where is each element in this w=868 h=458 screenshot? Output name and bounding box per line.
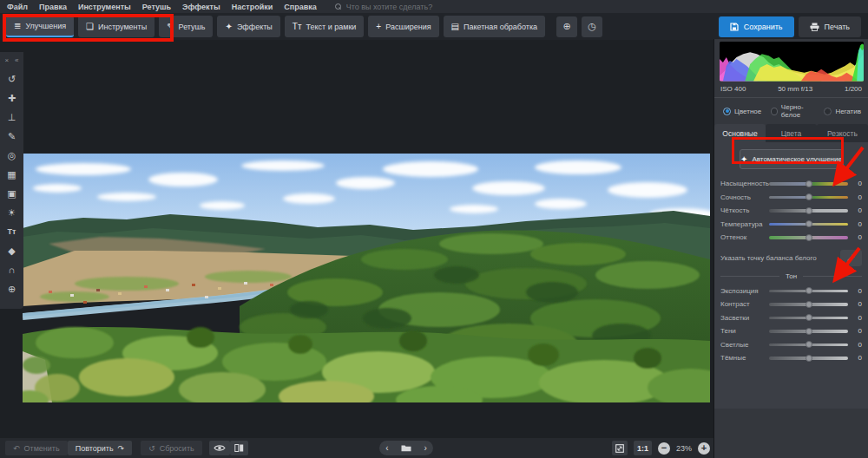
- before-after-icon: [234, 443, 244, 453]
- tint-slider[interactable]: [769, 233, 848, 241]
- brightness-tool-icon[interactable]: ☀: [0, 203, 23, 222]
- sidebar-close-icon[interactable]: ×: [4, 56, 9, 64]
- slider-handle[interactable]: [806, 220, 812, 227]
- before-after-button[interactable]: [230, 441, 248, 455]
- slider-temperature: Температура 0: [720, 218, 862, 232]
- tab-improvements[interactable]: ≣ Улучшения: [6, 16, 74, 37]
- photo-landscape-panorama[interactable]: [23, 154, 710, 402]
- tab-text-frames[interactable]: Tт Текст и рамки: [285, 16, 365, 37]
- mode-color-radio[interactable]: Цветное: [723, 108, 761, 115]
- red-eye-tool-icon[interactable]: ◎: [0, 146, 23, 165]
- slider-handle[interactable]: [806, 301, 812, 308]
- texture-tool-icon[interactable]: ▦: [0, 165, 23, 184]
- main-toolbar: ≣ Улучшения ❏ Инструменты ✎ Ретушь ✦ Эфф…: [0, 13, 868, 40]
- vibrance-slider[interactable]: [769, 193, 848, 201]
- undo-button[interactable]: ↶ Отменить: [5, 441, 68, 455]
- tab-tools[interactable]: ❏ Инструменты: [78, 16, 155, 37]
- panel-tab-sharpness[interactable]: Резкость: [817, 124, 868, 142]
- print-button[interactable]: Печать: [799, 16, 861, 37]
- batch-icon: ▤: [451, 23, 459, 31]
- preview-original-button[interactable]: [209, 441, 230, 455]
- slider-handle[interactable]: [806, 287, 812, 294]
- save-button[interactable]: Сохранить: [719, 16, 794, 37]
- slider-highlights: Засветки 0: [720, 311, 862, 325]
- white-balance-picker-button[interactable]: [840, 250, 862, 266]
- file-navigation: ‹ ›: [379, 441, 433, 455]
- slider-handle[interactable]: [806, 207, 812, 214]
- menu-effects[interactable]: Эффекты: [182, 3, 220, 11]
- slider-handle[interactable]: [806, 234, 812, 241]
- saturation-slider[interactable]: [769, 180, 848, 187]
- menu-tools[interactable]: Инструменты: [78, 3, 131, 11]
- clarity-slider[interactable]: [769, 206, 848, 214]
- reset-button[interactable]: ↺ Сбросить: [141, 441, 202, 455]
- fill-tool-icon[interactable]: ◆: [0, 241, 23, 260]
- zoom-out-button[interactable]: −: [658, 442, 670, 455]
- temperature-slider[interactable]: [769, 220, 848, 228]
- menu-file[interactable]: Файл: [7, 3, 28, 11]
- preset-history-button[interactable]: ◷: [582, 16, 602, 37]
- clone-stamp-tool-icon[interactable]: ⊥: [0, 108, 23, 127]
- slider-whites: Светлые 0: [720, 338, 862, 352]
- menu-settings[interactable]: Настройки: [232, 3, 273, 11]
- text-icon: Tт: [293, 23, 302, 31]
- printer-icon: [810, 23, 819, 31]
- mode-negative-radio[interactable]: Негатив: [824, 108, 861, 115]
- preset-add-button[interactable]: ⊕: [556, 16, 577, 37]
- slider-handle[interactable]: [806, 341, 812, 348]
- text-tool-icon[interactable]: Tт: [0, 222, 23, 241]
- eye-icon: [214, 444, 226, 452]
- prev-photo-button[interactable]: ‹: [385, 444, 388, 453]
- tab-batch-processing[interactable]: ▤ Пакетная обработка: [444, 16, 546, 37]
- slider-saturation: Насыщенность 0: [720, 177, 862, 191]
- menu-edit[interactable]: Правка: [39, 3, 67, 11]
- blacks-slider[interactable]: [769, 354, 848, 362]
- mode-bw-radio[interactable]: Черно-белое: [771, 103, 814, 119]
- brush-tool-icon[interactable]: ✎: [0, 127, 23, 146]
- editor-canvas: [0, 40, 713, 438]
- zoom-in-button[interactable]: +: [698, 442, 710, 455]
- sidebar-collapse-icon[interactable]: «: [15, 56, 18, 64]
- shutter-value: 1/200: [845, 85, 862, 93]
- adjustments-panel: ISO 400 50 mm f/13 1/200 Цветное Черно-б…: [713, 39, 868, 458]
- slider-contrast: Контраст 0: [720, 298, 862, 311]
- healing-tool-icon[interactable]: ✚: [0, 88, 23, 108]
- slider-handle[interactable]: [806, 193, 812, 200]
- color-mode-group: Цветное Черно-белое Негатив: [720, 101, 863, 121]
- panel-tab-basic[interactable]: Основные: [714, 124, 766, 142]
- slider-handle[interactable]: [806, 355, 812, 362]
- folder-icon[interactable]: [401, 444, 411, 452]
- curve-tool-icon[interactable]: ∩: [0, 260, 23, 279]
- tab-retouch[interactable]: ✎ Ретушь: [159, 16, 213, 37]
- panel-tabs: Основные Цвета Резкость: [714, 124, 868, 142]
- fit-to-screen-button[interactable]: [612, 441, 628, 455]
- next-photo-button[interactable]: ›: [424, 444, 426, 453]
- tab-extensions[interactable]: + Расширения: [368, 16, 438, 37]
- actual-size-button[interactable]: 1:1: [634, 441, 652, 455]
- search-input[interactable]: [346, 3, 494, 11]
- redo-button[interactable]: Повторить ↷: [68, 441, 132, 455]
- auto-enhance-button[interactable]: ✦ Автоматическое улучшение: [740, 149, 844, 169]
- whites-slider[interactable]: [769, 341, 848, 349]
- menu-retouch[interactable]: Ретушь: [142, 3, 171, 11]
- tab-effects[interactable]: ✦ Эффекты: [217, 16, 279, 37]
- exposure-slider[interactable]: [769, 287, 848, 295]
- contrast-slider[interactable]: [769, 300, 848, 308]
- menu-help[interactable]: Справка: [284, 3, 316, 11]
- web-tool-icon[interactable]: ⊕: [0, 279, 23, 298]
- radio-icon: [723, 108, 731, 115]
- slider-tint: Оттенок 0: [720, 231, 862, 245]
- panel-tab-colors[interactable]: Цвета: [766, 124, 817, 142]
- iso-value: ISO 400: [720, 85, 746, 93]
- magic-wand-icon: ✦: [225, 23, 232, 31]
- preset-history-icon: ◷: [588, 21, 596, 32]
- histogram: [720, 42, 864, 82]
- slider-handle[interactable]: [806, 314, 812, 321]
- highlights-slider[interactable]: [769, 314, 848, 322]
- slider-handle[interactable]: [806, 328, 812, 335]
- vignette-tool-icon[interactable]: ▣: [0, 184, 23, 203]
- shadows-slider[interactable]: [769, 327, 848, 335]
- eyedropper-icon: [846, 253, 856, 263]
- slider-handle[interactable]: [806, 180, 812, 187]
- rotate-tool-icon[interactable]: ↺: [0, 69, 23, 88]
